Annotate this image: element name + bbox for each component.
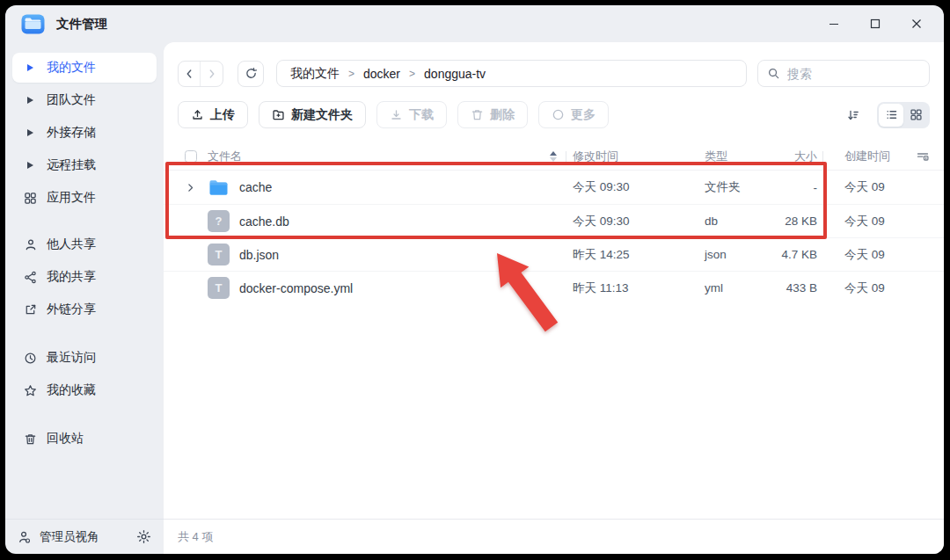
item-count: 共 4 项 bbox=[178, 529, 213, 545]
expand-chevron-icon[interactable] bbox=[185, 182, 196, 193]
refresh-button[interactable] bbox=[238, 61, 264, 87]
header-name[interactable]: 文件名 bbox=[208, 149, 566, 164]
back-button[interactable] bbox=[179, 62, 201, 86]
delete-button[interactable]: 删除 bbox=[457, 101, 528, 128]
more-label: 更多 bbox=[571, 107, 596, 123]
file-size: 4.7 KB bbox=[759, 248, 822, 261]
caret-right-icon bbox=[23, 158, 37, 172]
breadcrumb-separator: > bbox=[409, 68, 415, 80]
clock-icon bbox=[23, 351, 37, 365]
sidebar-item-recycle-bin[interactable]: 回收站 bbox=[12, 424, 157, 454]
folder-icon bbox=[208, 177, 230, 199]
sidebar-item-remote-mount[interactable]: 远程挂载 bbox=[12, 150, 157, 180]
app-grid-icon bbox=[23, 191, 37, 205]
sidebar-item-label: 团队文件 bbox=[47, 92, 96, 108]
table-row[interactable]: T db.json 昨天 14:25 json 4.7 KB 今天 09 bbox=[164, 237, 944, 271]
more-button[interactable]: 更多 bbox=[538, 101, 609, 128]
table-row[interactable]: T docker-compose.yml 昨天 11:13 yml 433 B … bbox=[164, 271, 944, 304]
close-button[interactable] bbox=[902, 11, 932, 37]
select-all-checkbox[interactable] bbox=[185, 150, 197, 163]
sidebar-group-gap bbox=[12, 215, 157, 229]
sort-desc-icon bbox=[550, 157, 557, 162]
delete-label: 删除 bbox=[490, 107, 515, 123]
person-icon bbox=[23, 237, 37, 251]
file-name[interactable]: db.json bbox=[239, 248, 279, 262]
sidebar-item-app-files[interactable]: 应用文件 bbox=[12, 183, 157, 213]
new-folder-button[interactable]: 新建文件夹 bbox=[259, 101, 366, 128]
row-name-cell: cache bbox=[208, 177, 566, 199]
caret-right-icon bbox=[23, 93, 37, 107]
table-row[interactable]: ? cache.db 今天 09:30 db 28 KB 今天 09 bbox=[164, 204, 944, 237]
admin-person-icon bbox=[18, 530, 32, 544]
header-name-label: 文件名 bbox=[208, 149, 242, 164]
app-logo-folder-icon bbox=[21, 14, 45, 34]
new-folder-label: 新建文件夹 bbox=[291, 107, 353, 123]
header-created[interactable]: 创建时间 bbox=[822, 149, 893, 164]
file-modified: 今天 09:30 bbox=[566, 179, 699, 195]
minimize-button[interactable] bbox=[819, 11, 849, 37]
breadcrumb-item[interactable]: 我的文件 bbox=[290, 66, 340, 82]
caret-right-icon bbox=[23, 61, 37, 75]
file-type: 文件夹 bbox=[699, 179, 759, 195]
trash-icon bbox=[23, 432, 37, 446]
maximize-button[interactable] bbox=[860, 11, 890, 37]
download-button[interactable]: 下载 bbox=[376, 101, 447, 128]
file-modified: 今天 09:30 bbox=[566, 214, 699, 229]
sidebar-item-label: 回收站 bbox=[47, 431, 84, 447]
sidebar-footer: 管理员视角 bbox=[5, 519, 164, 554]
maximize-icon bbox=[869, 18, 881, 30]
star-icon bbox=[23, 383, 37, 397]
sidebar-item-label: 我的收藏 bbox=[47, 382, 96, 398]
sidebar-item-label: 外链分享 bbox=[47, 302, 96, 317]
row-name-cell: ? cache.db bbox=[208, 210, 566, 232]
admin-view-label[interactable]: 管理员视角 bbox=[40, 529, 99, 545]
sidebar-item-label: 外接存储 bbox=[47, 125, 96, 141]
file-text-icon: T bbox=[208, 277, 230, 299]
app-window: 文件管理 我的文件 团队文件 bbox=[5, 5, 944, 554]
breadcrumb-item[interactable]: docker bbox=[363, 67, 400, 81]
header-settings-cell bbox=[893, 149, 930, 164]
sidebar-item-external-storage[interactable]: 外接存储 bbox=[12, 118, 157, 148]
grid-view-button[interactable] bbox=[903, 104, 928, 127]
download-icon bbox=[390, 108, 403, 121]
sidebar-item-label: 远程挂载 bbox=[47, 157, 96, 173]
sidebar: 我的文件 团队文件 外接存储 远程挂载 应用文件 bbox=[5, 42, 164, 554]
search-box bbox=[757, 60, 930, 87]
header-modified[interactable]: 修改时间 bbox=[566, 149, 699, 164]
breadcrumb-separator: > bbox=[348, 68, 354, 80]
list-view-button[interactable] bbox=[879, 104, 903, 127]
file-size: 433 B bbox=[759, 281, 822, 295]
sidebar-group-gap bbox=[12, 327, 157, 343]
history-nav bbox=[178, 61, 223, 87]
file-text-icon: T bbox=[208, 244, 230, 265]
file-name[interactable]: cache bbox=[239, 180, 272, 194]
row-name-cell: T db.json bbox=[208, 244, 566, 265]
sidebar-item-team-files[interactable]: 团队文件 bbox=[12, 85, 157, 115]
sidebar-item-label: 最近访问 bbox=[47, 350, 96, 366]
sidebar-item-label: 应用文件 bbox=[47, 190, 96, 206]
sort-order-button[interactable] bbox=[838, 102, 868, 128]
sort-indicator[interactable] bbox=[550, 151, 557, 162]
sidebar-item-recent[interactable]: 最近访问 bbox=[12, 343, 157, 373]
view-toggle bbox=[877, 102, 930, 128]
file-created: 今天 09 bbox=[822, 280, 893, 296]
column-settings-icon[interactable] bbox=[916, 149, 930, 164]
sidebar-item-label: 我的文件 bbox=[47, 60, 96, 76]
table-row[interactable]: cache 今天 09:30 文件夹 - 今天 09 bbox=[164, 171, 944, 204]
header-type[interactable]: 类型 bbox=[699, 149, 759, 164]
sidebar-item-my-files[interactable]: 我的文件 bbox=[12, 53, 157, 83]
upload-button[interactable]: 上传 bbox=[178, 101, 248, 128]
status-bar: 共 4 项 bbox=[164, 519, 944, 554]
file-name[interactable]: cache.db bbox=[239, 215, 289, 229]
sidebar-item-external-link-share[interactable]: 外链分享 bbox=[12, 295, 157, 324]
search-input[interactable] bbox=[787, 67, 910, 81]
sidebar-item-shared-by-others[interactable]: 他人共享 bbox=[12, 229, 157, 259]
forward-button[interactable] bbox=[201, 62, 223, 86]
file-type: db bbox=[699, 215, 759, 228]
sidebar-item-my-shares[interactable]: 我的共享 bbox=[12, 262, 157, 292]
header-size[interactable]: 大小 bbox=[759, 149, 822, 164]
settings-gear-icon[interactable] bbox=[136, 529, 151, 544]
breadcrumb-item[interactable]: donggua-tv bbox=[424, 67, 486, 81]
file-name[interactable]: docker-compose.yml bbox=[239, 281, 353, 295]
sidebar-item-favorites[interactable]: 我的收藏 bbox=[12, 375, 157, 405]
